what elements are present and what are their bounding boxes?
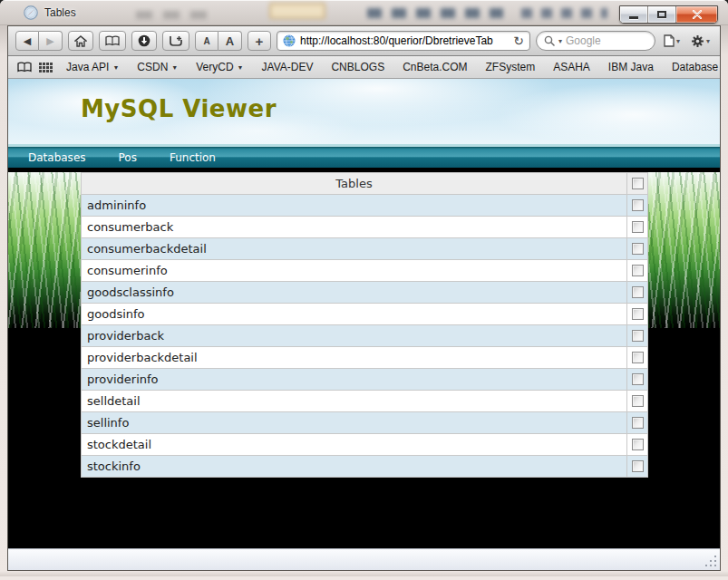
resize-grip[interactable] — [705, 556, 718, 568]
status-bar — [8, 548, 720, 570]
text-larger-button[interactable]: A — [218, 31, 242, 51]
row-checkbox[interactable] — [632, 199, 644, 211]
table-name: consumerbackdetail — [82, 238, 627, 260]
bookmark-item[interactable]: Java API▼ — [60, 59, 125, 75]
home-button[interactable] — [68, 31, 93, 51]
row-checkbox-cell — [627, 434, 648, 456]
row-checkbox[interactable] — [632, 373, 644, 385]
row-checkbox[interactable] — [632, 243, 644, 255]
bookmark-item[interactable]: IBM Java — [602, 59, 660, 75]
settings-menu-button[interactable]: ▾ — [688, 33, 713, 50]
row-checkbox-cell — [627, 217, 648, 238]
tables-list: Tables admininfoconsumerbackconsumerback… — [81, 172, 648, 478]
minimize-icon — [629, 16, 638, 19]
address-bar[interactable]: ↻ — [277, 31, 530, 51]
titlebar[interactable]: Tables — [0, 0, 728, 25]
search-icon — [544, 35, 555, 46]
bookmark-label: IBM Java — [608, 61, 654, 73]
search-engine-caret-icon[interactable]: ▾ — [558, 37, 562, 45]
row-checkbox-cell — [627, 195, 648, 217]
table-row: stockdetail — [82, 434, 648, 456]
bookmark-label: JAVA-DEV — [262, 61, 314, 73]
address-input[interactable] — [300, 34, 509, 47]
reload-icon[interactable]: ↻ — [513, 34, 524, 48]
window-controls — [619, 5, 718, 24]
table-row: goodsinfo — [82, 304, 648, 325]
nav-item-databases[interactable]: Databases — [28, 151, 86, 164]
bookmark-item[interactable]: JAVA-DEV — [256, 59, 320, 75]
bookmark-item[interactable]: VeryCD▼ — [189, 59, 249, 75]
table-row: stockinfo — [82, 456, 648, 478]
row-checkbox[interactable] — [632, 265, 644, 276]
nav-item-pos[interactable]: Pos — [119, 151, 137, 164]
minimize-button[interactable] — [620, 6, 648, 23]
row-checkbox-cell — [627, 282, 648, 304]
close-button[interactable] — [676, 6, 717, 23]
row-checkbox-cell — [627, 412, 648, 434]
bookmark-label: Database — [672, 61, 718, 73]
maximize-button[interactable] — [648, 6, 676, 23]
new-tab-button[interactable]: + — [248, 31, 271, 51]
row-checkbox[interactable] — [632, 460, 644, 472]
table-row: consumerback — [82, 217, 648, 238]
text-smaller-button[interactable]: A — [195, 31, 218, 51]
bookmark-label: CNBLOGS — [331, 61, 384, 73]
row-checkbox[interactable] — [632, 308, 644, 320]
row-checkbox-cell — [627, 347, 648, 369]
text-smaller-label: A — [203, 36, 209, 46]
bookmark-item[interactable]: CSDN▼ — [131, 59, 184, 75]
row-checkbox[interactable] — [632, 330, 644, 342]
row-checkbox[interactable] — [632, 221, 644, 233]
row-checkbox[interactable] — [632, 417, 644, 429]
add-bookmark-button[interactable] — [162, 31, 189, 51]
table-row: consumerinfo — [82, 260, 648, 282]
back-button[interactable]: ◀ — [15, 31, 39, 51]
row-checkbox[interactable] — [632, 439, 644, 450]
nav-item-function[interactable]: Function — [170, 151, 216, 164]
table-name: selldetail — [82, 391, 627, 412]
page-content: Tables admininfoconsumerbackconsumerback… — [8, 172, 720, 548]
table-name: providerback — [82, 325, 627, 347]
table-row: providerinfo — [82, 369, 648, 391]
download-icon — [138, 34, 150, 47]
close-icon — [692, 10, 703, 19]
table-row: selldetail — [82, 391, 648, 412]
window-title: Tables — [44, 6, 76, 19]
bookmark-item[interactable]: Database — [665, 59, 724, 75]
bookmark-item[interactable]: CNBLOGS — [325, 59, 391, 75]
row-checkbox[interactable] — [632, 395, 644, 407]
table-row: goodsclassinfo — [82, 282, 648, 304]
row-checkbox[interactable] — [632, 352, 644, 363]
bookmarks-book-icon[interactable] — [17, 62, 32, 72]
table-name: providerinfo — [82, 369, 627, 391]
bookmark-label: VeryCD — [196, 61, 233, 73]
table-name: consumerback — [82, 217, 627, 238]
bookmark-item[interactable]: CnBeta.COM — [396, 59, 473, 75]
search-box[interactable]: ▾ — [536, 31, 655, 51]
table-row: sellinfo — [82, 412, 648, 434]
tables-column-header: Tables — [82, 173, 627, 195]
bookmarks-button[interactable] — [99, 31, 126, 51]
row-checkbox-cell — [627, 369, 648, 391]
row-checkbox-cell — [627, 304, 648, 325]
table-row: admininfo — [82, 195, 648, 217]
page-menu-button[interactable]: ▾ — [661, 33, 683, 49]
bookmark-item[interactable]: ASAHA — [547, 59, 597, 75]
page-icon — [664, 34, 675, 47]
table-name: admininfo — [82, 195, 627, 217]
select-all-checkbox[interactable] — [632, 178, 644, 189]
row-checkbox-cell — [627, 238, 648, 260]
table-name: consumerinfo — [82, 260, 627, 282]
back-icon: ◀ — [24, 36, 31, 46]
row-checkbox[interactable] — [632, 286, 644, 298]
bookmark-folder-caret-icon: ▼ — [238, 64, 244, 71]
forward-button[interactable]: ▶ — [39, 31, 63, 51]
top-sites-grid-icon[interactable] — [39, 63, 53, 72]
search-input[interactable] — [566, 34, 647, 47]
row-checkbox-cell — [627, 260, 648, 282]
bookmark-item[interactable]: ZFSystem — [480, 59, 542, 75]
gear-icon — [691, 34, 704, 48]
browser-client-area: ◀ ▶ — [7, 25, 721, 571]
plus-icon: + — [256, 34, 264, 49]
downloads-button[interactable] — [131, 31, 157, 51]
